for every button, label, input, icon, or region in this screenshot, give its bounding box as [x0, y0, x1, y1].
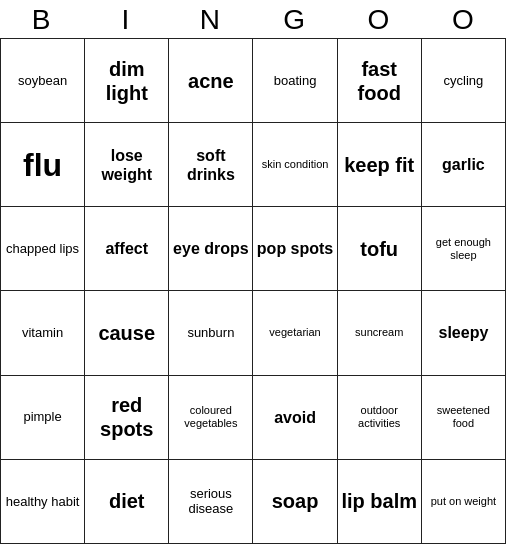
cell-4-3: avoid — [253, 375, 337, 459]
cell-5-3: soap — [253, 459, 337, 543]
cell-1-3: skin condition — [253, 123, 337, 207]
cell-5-0: healthy habit — [1, 459, 85, 543]
cell-4-5: sweetened food — [421, 375, 505, 459]
cell-4-2: coloured vegetables — [169, 375, 253, 459]
cell-1-2: soft drinks — [169, 123, 253, 207]
cell-5-4: lip balm — [337, 459, 421, 543]
cell-1-0: flu — [1, 123, 85, 207]
cell-3-3: vegetarian — [253, 291, 337, 375]
header-n: N — [169, 4, 253, 36]
cell-2-4: tofu — [337, 207, 421, 291]
bingo-table: soybeandim lightacneboatingfast foodcycl… — [0, 38, 506, 544]
cell-0-0: soybean — [1, 39, 85, 123]
cell-0-2: acne — [169, 39, 253, 123]
cell-5-2: serious disease — [169, 459, 253, 543]
header-b: B — [0, 4, 84, 36]
cell-2-0: chapped lips — [1, 207, 85, 291]
cell-2-1: affect — [85, 207, 169, 291]
header-g: G — [253, 4, 337, 36]
cell-3-0: vitamin — [1, 291, 85, 375]
cell-1-4: keep fit — [337, 123, 421, 207]
cell-4-0: pimple — [1, 375, 85, 459]
cell-3-1: cause — [85, 291, 169, 375]
header-o2: O — [422, 4, 506, 36]
cell-1-1: lose weight — [85, 123, 169, 207]
cell-2-5: get enough sleep — [421, 207, 505, 291]
bingo-header: B I N G O O — [0, 0, 506, 38]
cell-2-2: eye drops — [169, 207, 253, 291]
header-o1: O — [337, 4, 421, 36]
cell-1-5: garlic — [421, 123, 505, 207]
cell-5-5: put on weight — [421, 459, 505, 543]
cell-3-2: sunburn — [169, 291, 253, 375]
header-i: I — [84, 4, 168, 36]
cell-0-1: dim light — [85, 39, 169, 123]
cell-2-3: pop spots — [253, 207, 337, 291]
cell-5-1: diet — [85, 459, 169, 543]
cell-0-5: cycling — [421, 39, 505, 123]
cell-3-5: sleepy — [421, 291, 505, 375]
cell-0-4: fast food — [337, 39, 421, 123]
cell-0-3: boating — [253, 39, 337, 123]
cell-4-4: outdoor activities — [337, 375, 421, 459]
cell-3-4: suncream — [337, 291, 421, 375]
cell-4-1: red spots — [85, 375, 169, 459]
